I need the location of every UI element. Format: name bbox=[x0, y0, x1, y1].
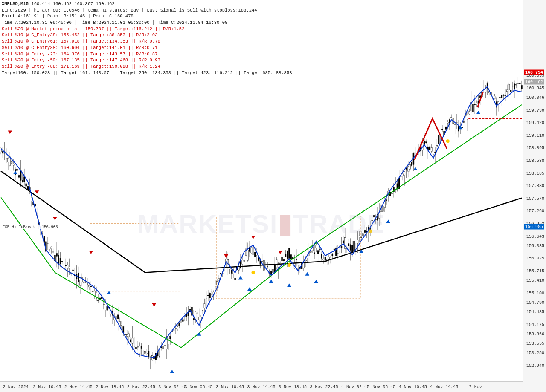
time-label: 4 Nov 14:45 bbox=[430, 385, 458, 389]
time-label: 4 Nov 06:45 bbox=[367, 385, 395, 389]
signal-line-4: Sell %10 @ Entry -23: 164.376 || Target:… bbox=[2, 51, 527, 58]
chart-container: XMRUSD,M15 160.414 160.462 160.367 160.4… bbox=[0, 0, 546, 392]
price-label: 159.110 bbox=[526, 133, 544, 138]
main-chart-canvas bbox=[0, 66, 523, 381]
time-axis: 2 Nov 20242 Nov 10:452 Nov 14:452 Nov 18… bbox=[0, 381, 523, 392]
price-label: 153.250 bbox=[526, 351, 544, 355]
price-label: 159.420 bbox=[526, 121, 544, 125]
time-label: 3 Nov 18:45 bbox=[279, 385, 307, 389]
time-label: 3 Nov 14:45 bbox=[247, 385, 275, 389]
price-label: 153.866 bbox=[526, 332, 544, 337]
price-label: 158.588 bbox=[526, 159, 544, 163]
price-label: 155.410 bbox=[526, 278, 544, 283]
signal-line-5: Sell %20 @ Entry -50: 167.135 || Target:… bbox=[2, 57, 527, 63]
time-label: 2 Nov 2024 bbox=[3, 385, 29, 389]
targets-line: Target100: 150.028 || Target 161: 143.57… bbox=[2, 70, 527, 76]
chart-area: MARKETSI▮TRADE FSB-Hi ToBreak | 156.905 bbox=[0, 66, 523, 381]
price-label: 160.046 bbox=[526, 95, 544, 100]
time-label: 4 Nov 02:45 bbox=[341, 385, 369, 389]
price-label: 157.570 bbox=[526, 196, 544, 201]
price-label: 158.185 bbox=[526, 171, 544, 176]
info-line-3: Time A:2024.10.31 09:45:00 | Time B:2024… bbox=[2, 20, 527, 26]
fsb-label: FSB-Hi ToBreak | 156.905 bbox=[2, 225, 59, 229]
price-label: 154.790 bbox=[526, 300, 544, 305]
time-label: 7 Nov bbox=[469, 385, 482, 389]
signal-line-3: Sell %10 @ C_Entry88: 160.604 || Target:… bbox=[2, 45, 527, 51]
time-label: 3 Nov 10:45 bbox=[216, 385, 244, 389]
price-label: 155.715 bbox=[526, 269, 544, 274]
time-label: 3 Nov 06:45 bbox=[184, 385, 212, 389]
price-label: 156.025 bbox=[526, 256, 544, 261]
time-label: 2 Nov 18:45 bbox=[96, 385, 124, 389]
info-line-1: Line:2829 | h1_atr_c0: 1.0546 | tema_h1_… bbox=[2, 7, 527, 14]
signal-line-2: Sell %10 @ C_Entry61: 157.918 || Target:… bbox=[2, 38, 527, 45]
ohlc-values: 160.414 160.462 160.367 160.462 bbox=[31, 1, 114, 6]
price-label: 160.462 bbox=[524, 79, 544, 85]
price-label: 158.895 bbox=[526, 146, 544, 150]
signal-line-6: Sell %20 @ Entry -88: 171.169 || Target:… bbox=[2, 63, 527, 70]
signal-line-0: Sell %20 @ Market price or at: 159.707 |… bbox=[2, 26, 527, 32]
price-label: 157.880 bbox=[526, 184, 544, 188]
info-line-2: Point A:161.91 | Point B:151.46 | Point … bbox=[2, 13, 527, 20]
title-line: XMRUSD,M15 160.414 160.462 160.367 160.4… bbox=[2, 1, 527, 7]
signal-line-1: Sell %10 @ C_Entry38: 155.452 || Target:… bbox=[2, 32, 527, 38]
info-bar: XMRUSD,M15 160.414 160.462 160.367 160.4… bbox=[0, 0, 529, 77]
price-label: 156.335 bbox=[526, 243, 544, 248]
fsb-line: FSB-Hi ToBreak | 156.905 bbox=[0, 227, 523, 227]
price-label: 160.535 bbox=[526, 73, 544, 78]
price-label: 160.345 bbox=[526, 86, 544, 90]
time-label: 2 Nov 14:45 bbox=[64, 385, 93, 389]
time-label: 2 Nov 22:45 bbox=[127, 385, 155, 389]
price-label: 154.485 bbox=[526, 310, 544, 314]
price-label: 154.175 bbox=[526, 322, 544, 327]
price-label: 156.905 bbox=[524, 225, 544, 229]
price-label: 156.643 bbox=[526, 234, 544, 239]
time-label: 4 Nov 10:45 bbox=[399, 385, 427, 389]
price-label: 157.260 bbox=[526, 209, 544, 213]
price-label: 153.555 bbox=[526, 341, 544, 346]
price-label: 159.730 bbox=[526, 108, 544, 112]
price-scale: 160.734160.535160.462160.345160.046159.7… bbox=[523, 0, 546, 392]
price-label: 155.100 bbox=[526, 291, 544, 295]
time-label: 3 Nov 02:45 bbox=[158, 385, 186, 389]
price-label: 152.940 bbox=[526, 363, 544, 368]
symbol-title: XMRUSD,M15 bbox=[2, 1, 29, 6]
time-label: 3 Nov 22:45 bbox=[310, 385, 338, 389]
time-label: 2 Nov 10:45 bbox=[33, 385, 61, 389]
